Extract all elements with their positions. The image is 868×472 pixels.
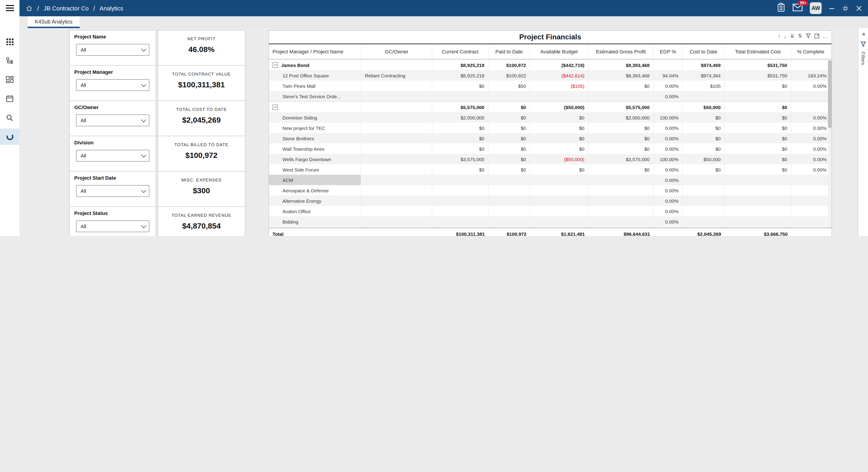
sort-descending-icon[interactable]: ↓ — [784, 33, 786, 39]
kpi-value: $300 — [158, 186, 245, 195]
table-group-row[interactable]: James Bond$8,925,218$100,972($442,719)$8… — [269, 59, 832, 70]
column-header[interactable]: Available Budget — [530, 44, 588, 59]
cell-egppct: 0.00% — [654, 206, 683, 216]
table-row[interactable]: Steve's Test Service Orde...0.00% — [269, 91, 832, 101]
filter-card-project-start-date: Project Start DateAll — [69, 171, 156, 207]
filter-dropdown[interactable]: All — [76, 79, 149, 91]
table-row[interactable]: Stone Brothers$0$0$0$00.00%$0$00.00% — [269, 133, 832, 144]
table-row[interactable]: Biotech0.00% — [269, 227, 832, 228]
filters-column: Project NameAllProject ManagerAllGC/Owne… — [69, 30, 156, 236]
table-row[interactable]: Aerospace & Defense0.00% — [269, 185, 832, 195]
cell-ab: $0 — [530, 112, 588, 123]
cell-tec — [725, 206, 791, 216]
cell-tec: $0 — [725, 102, 791, 112]
sidebar-item-search[interactable] — [0, 109, 20, 126]
hamburger-menu-button[interactable] — [0, 0, 20, 16]
cell-egppct: 0.00% — [654, 164, 683, 175]
cell-name: Dominion Siding — [269, 112, 361, 123]
sidebar-item-calendar[interactable] — [0, 90, 20, 106]
table-row[interactable]: Wells Fargo Downtown$3,575,000$0($50,000… — [269, 154, 832, 164]
report-canvas: Project NameAllProject ManagerAllGC/Owne… — [20, 28, 868, 236]
cell-egp: $0 — [588, 144, 654, 154]
tasks-button[interactable] — [777, 2, 785, 14]
cell-name: Stone Brothers — [269, 133, 361, 144]
sidebar-item-dashboard[interactable] — [0, 71, 20, 88]
expand-filters-icon[interactable]: « — [862, 31, 864, 37]
cell-ctd: $50,000 — [683, 154, 725, 164]
table-row[interactable]: Wall Township Anex$0$0$0$00.00%$0$00.00% — [269, 144, 832, 154]
avatar[interactable]: AW — [810, 2, 822, 14]
filter-dropdown[interactable]: All — [76, 44, 149, 56]
total-cell-egppct — [654, 228, 683, 236]
table-row[interactable]: ACM0.00% — [269, 175, 832, 185]
filter-dropdown[interactable]: All — [76, 150, 149, 162]
filter-card-project-status: Project StatusAll — [69, 207, 156, 236]
filter-icon[interactable] — [806, 33, 811, 38]
filter-dropdown[interactable]: All — [76, 185, 149, 197]
table-row[interactable]: Dominion Siding$2,000,000$0$0$2,000,0001… — [269, 112, 832, 123]
cell-ptd: $0 — [489, 112, 530, 123]
column-header[interactable]: Paid to Date — [489, 44, 530, 59]
focus-mode-icon[interactable] — [814, 33, 819, 38]
cell-pc — [791, 195, 831, 206]
table-row[interactable]: 12 Post Office SquareReliant Contracting… — [269, 70, 832, 81]
collapse-toggle-icon[interactable] — [273, 104, 278, 110]
column-header[interactable]: Estimated Gross Profit — [588, 44, 654, 59]
collapse-toggle-icon[interactable] — [273, 62, 278, 68]
home-icon[interactable] — [26, 5, 33, 11]
cell-pc — [791, 175, 831, 185]
table-row[interactable]: Avalon Office0.00% — [269, 206, 832, 216]
workflow-icon — [6, 57, 13, 64]
chevron-down-icon — [141, 223, 147, 228]
column-header[interactable]: Cost to Date — [683, 44, 725, 59]
column-header[interactable]: GC/Owner — [361, 44, 432, 59]
sidebar-item-apps[interactable] — [0, 33, 20, 50]
minimize-button[interactable] — [829, 5, 835, 11]
messages-button[interactable]: 99+ — [793, 3, 803, 13]
filter-dropdown[interactable]: All — [76, 220, 149, 232]
table-row[interactable]: New project for TEC$0$0$0$00.00%$0$00.00… — [269, 123, 832, 133]
close-button[interactable] — [856, 5, 862, 11]
cell-gc — [361, 123, 432, 133]
restore-button[interactable] — [842, 5, 849, 11]
table-row[interactable]: West Side Forum$0$0$0$00.00%$0$00.00% — [269, 164, 832, 175]
cell-ab — [530, 185, 588, 195]
cell-ab: $0 — [530, 144, 588, 154]
cell-egp — [588, 185, 654, 195]
expand-next-level-icon[interactable]: ⇅ — [798, 33, 802, 39]
cell-ab: ($442,614) — [530, 70, 588, 81]
cell-cc: $8,925,218 — [432, 70, 489, 81]
table-row[interactable]: Twin Pines Mall$0$50($105)$00.00%$105$00… — [269, 81, 832, 91]
drill-down-icon[interactable]: ⇊ — [790, 33, 794, 39]
column-header[interactable]: % Complete — [791, 44, 831, 59]
cell-ab — [530, 91, 588, 101]
filter-value: All — [81, 188, 86, 194]
cell-gc — [361, 60, 432, 70]
cell-egp: $3,575,000 — [588, 154, 654, 164]
sidebar-item-workflow[interactable] — [0, 53, 20, 69]
filters-rail-collapsed[interactable]: « Filters — [858, 28, 868, 236]
column-header[interactable]: Current Contract — [432, 44, 489, 59]
breadcrumb-company[interactable]: JB Contractor Co — [43, 5, 89, 11]
filter-label: Project Name — [70, 30, 156, 39]
chevron-down-icon — [141, 46, 147, 52]
table-vertical-scrollbar[interactable] — [828, 59, 832, 228]
cell-gc — [361, 112, 432, 123]
table-row[interactable]: Bidding0.00% — [269, 216, 832, 227]
sort-ascending-icon[interactable]: ↑ — [778, 33, 780, 39]
more-options-icon[interactable]: … — [823, 33, 828, 39]
app-window: / JB Contractor Co / Analytics 99+ AW — [0, 0, 868, 236]
cell-egppct: 0.00% — [654, 81, 683, 91]
filter-dropdown[interactable]: All — [76, 115, 149, 126]
column-header[interactable]: Total Estimated Cost — [725, 44, 791, 59]
column-header[interactable]: Project Manager / Project Name — [269, 44, 361, 59]
sidebar-item-analytics-active[interactable] — [0, 128, 20, 145]
cell-ptd: $50 — [489, 81, 530, 91]
filter-value: All — [81, 47, 86, 53]
table-row[interactable]: Alternative Energy0.00% — [269, 195, 832, 206]
column-header[interactable]: EGP % — [654, 44, 683, 59]
cell-egp: $0 — [588, 81, 654, 91]
tab-k4sub-analytics[interactable]: K4Sub Analytics — [28, 16, 80, 28]
table-group-row[interactable]: $5,575,000$0($50,000)$5,575,000$50,000$0 — [269, 101, 832, 112]
cell-egp: $0 — [588, 133, 654, 144]
